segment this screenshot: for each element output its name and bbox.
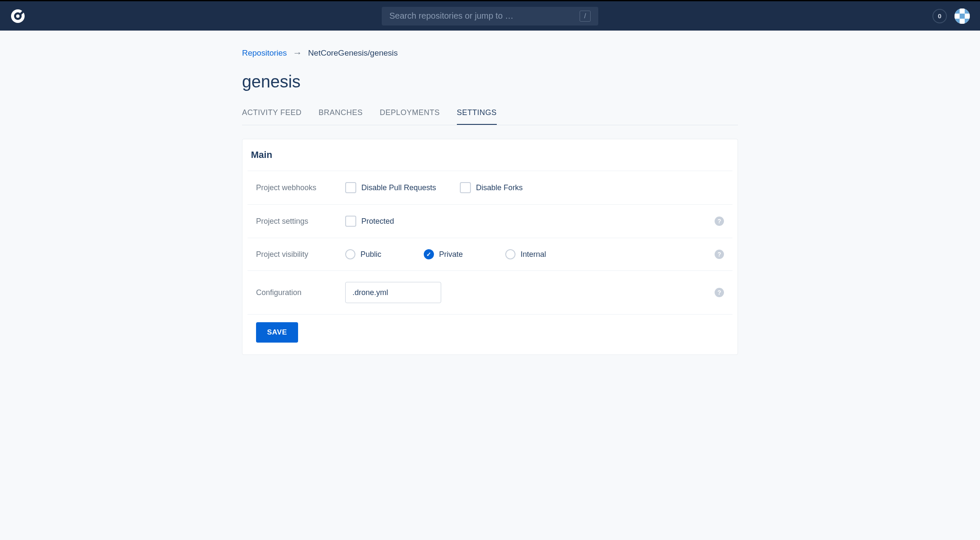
disable-forks-checkbox[interactable] bbox=[460, 182, 471, 193]
save-row: SAVE bbox=[248, 314, 732, 354]
protected-group: Protected bbox=[345, 216, 394, 227]
visibility-internal-group: Internal bbox=[505, 249, 546, 259]
project-settings-row: Project settings Protected ? bbox=[248, 204, 732, 238]
visibility-public-group: Public bbox=[345, 249, 381, 259]
header-right: 0 bbox=[932, 8, 970, 24]
settings-card: Main Project webhooks Disable Pull Reque… bbox=[242, 139, 738, 355]
help-icon[interactable]: ? bbox=[715, 288, 724, 297]
page-title: genesis bbox=[242, 72, 738, 91]
visibility-label: Project visibility bbox=[256, 250, 345, 259]
visibility-private-label: Private bbox=[439, 250, 463, 259]
arrow-right-icon: → bbox=[293, 48, 302, 59]
visibility-internal-radio[interactable] bbox=[505, 249, 515, 259]
visibility-private-radio[interactable] bbox=[424, 249, 434, 259]
project-settings-label: Project settings bbox=[256, 217, 345, 226]
breadcrumb-current: NetCoreGenesis/genesis bbox=[308, 48, 398, 58]
protected-checkbox[interactable] bbox=[345, 216, 356, 227]
tab-settings[interactable]: SETTINGS bbox=[457, 101, 497, 125]
svg-point-2 bbox=[16, 14, 20, 18]
help-icon[interactable]: ? bbox=[715, 217, 724, 226]
configuration-input[interactable] bbox=[345, 282, 441, 303]
visibility-public-radio[interactable] bbox=[345, 249, 355, 259]
search-shortcut-key: / bbox=[580, 11, 591, 22]
app-header: / 0 bbox=[0, 0, 980, 31]
visibility-internal-label: Internal bbox=[521, 250, 546, 259]
tab-deployments[interactable]: DEPLOYMENTS bbox=[380, 101, 440, 125]
notification-badge[interactable]: 0 bbox=[932, 9, 947, 23]
logo-icon[interactable] bbox=[10, 8, 25, 24]
protected-label: Protected bbox=[361, 217, 394, 226]
help-icon[interactable]: ? bbox=[715, 250, 724, 259]
webhooks-label: Project webhooks bbox=[256, 183, 345, 192]
disable-pull-requests-group: Disable Pull Requests bbox=[345, 182, 436, 193]
disable-forks-group: Disable Forks bbox=[460, 182, 523, 193]
webhooks-row: Project webhooks Disable Pull Requests D… bbox=[248, 171, 732, 204]
search-container: / bbox=[382, 7, 598, 25]
disable-pull-requests-checkbox[interactable] bbox=[345, 182, 356, 193]
configuration-label: Configuration bbox=[256, 288, 345, 297]
configuration-row: Configuration ? bbox=[248, 270, 732, 314]
tab-branches[interactable]: BRANCHES bbox=[318, 101, 363, 125]
visibility-private-group: Private bbox=[424, 249, 463, 259]
visibility-public-label: Public bbox=[360, 250, 381, 259]
breadcrumb-repositories-link[interactable]: Repositories bbox=[242, 48, 287, 58]
disable-forks-label: Disable Forks bbox=[476, 183, 523, 192]
tab-activity-feed[interactable]: ACTIVITY FEED bbox=[242, 101, 301, 125]
breadcrumb: Repositories → NetCoreGenesis/genesis bbox=[242, 48, 738, 59]
section-title: Main bbox=[242, 139, 738, 171]
main-content: Repositories → NetCoreGenesis/genesis ge… bbox=[235, 31, 745, 372]
disable-pull-requests-label: Disable Pull Requests bbox=[361, 183, 436, 192]
avatar[interactable] bbox=[955, 8, 970, 24]
save-button[interactable]: SAVE bbox=[256, 322, 298, 343]
visibility-row: Project visibility Public Private Intern… bbox=[248, 238, 732, 270]
search-input[interactable] bbox=[389, 11, 580, 21]
tabs: ACTIVITY FEED BRANCHES DEPLOYMENTS SETTI… bbox=[242, 101, 738, 125]
